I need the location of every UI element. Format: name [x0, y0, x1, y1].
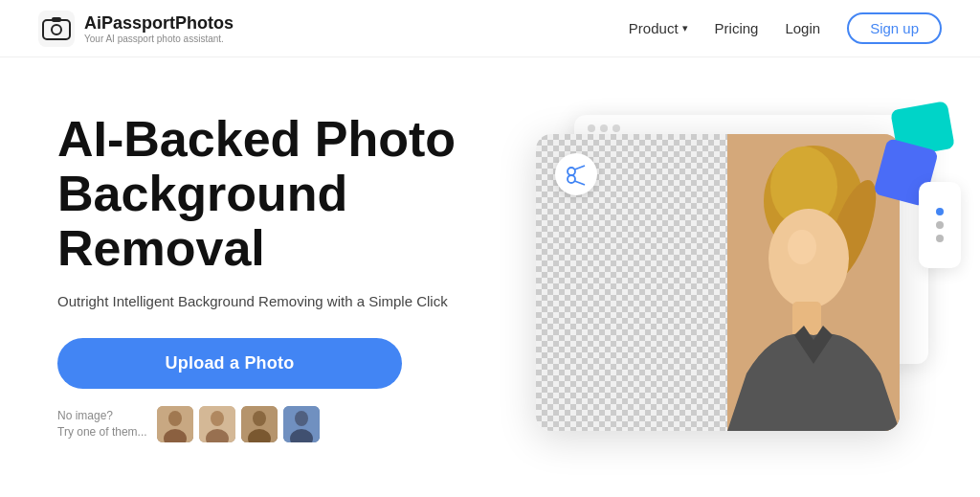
- svg-rect-3: [52, 17, 61, 22]
- chevron-down-icon: ▾: [682, 22, 688, 34]
- svg-point-14: [295, 411, 308, 426]
- side-dot-3: [936, 235, 944, 242]
- hero-subtitle: Outright Intelligent Background Removing…: [57, 293, 517, 309]
- svg-point-11: [253, 411, 266, 426]
- hero-illustration: [517, 57, 942, 497]
- side-dot-2: [936, 221, 944, 229]
- sample-thumb-2[interactable]: [199, 406, 235, 442]
- sample-thumb-4[interactable]: [283, 406, 320, 442]
- sample-row: No image? Try one of them...: [57, 406, 517, 442]
- svg-point-8: [211, 411, 224, 426]
- svg-point-17: [568, 175, 575, 183]
- dot-3: [612, 124, 620, 132]
- sample-text: No image? Try one of them...: [57, 408, 147, 441]
- person-silhouette: [727, 134, 900, 431]
- signup-button[interactable]: Sign up: [847, 12, 942, 44]
- nav-pricing[interactable]: Pricing: [715, 20, 759, 36]
- hero-title: AI-Backed Photo Background Removal: [57, 112, 517, 277]
- sample-thumbnails: [157, 406, 320, 442]
- navbar: AiPassportPhotos Your AI passport photo …: [0, 0, 980, 57]
- logo-name: AiPassportPhotos: [84, 13, 234, 34]
- nav-links: Product ▾ Pricing Login Sign up: [629, 12, 942, 44]
- svg-point-5: [168, 411, 182, 426]
- hero-section: AI-Backed Photo Background Removal Outri…: [0, 57, 980, 497]
- logo[interactable]: AiPassportPhotos Your AI passport photo …: [38, 11, 234, 47]
- scissors-icon: [564, 162, 589, 187]
- tool-icon-circle: [555, 153, 597, 195]
- nav-login[interactable]: Login: [785, 20, 820, 36]
- logo-tagline: Your AI passport photo assistant.: [84, 34, 234, 44]
- hero-left: AI-Backed Photo Background Removal Outri…: [57, 112, 517, 443]
- nav-product[interactable]: Product ▾: [629, 20, 688, 36]
- editor-card: [536, 134, 900, 431]
- svg-point-26: [788, 230, 816, 264]
- sample-thumb-3[interactable]: [241, 406, 278, 442]
- sample-thumb-1[interactable]: [157, 406, 193, 442]
- logo-text: AiPassportPhotos Your AI passport photo …: [84, 13, 234, 44]
- svg-line-19: [575, 181, 586, 185]
- camera-icon: [38, 11, 75, 47]
- side-dot-1: [936, 208, 944, 215]
- dot-1: [588, 124, 595, 132]
- side-controls-card: [919, 182, 961, 268]
- person-photo: [727, 134, 900, 431]
- upload-photo-button[interactable]: Upload a Photo: [57, 338, 402, 389]
- svg-point-16: [568, 168, 575, 175]
- dot-2: [600, 124, 608, 132]
- svg-line-18: [575, 166, 586, 169]
